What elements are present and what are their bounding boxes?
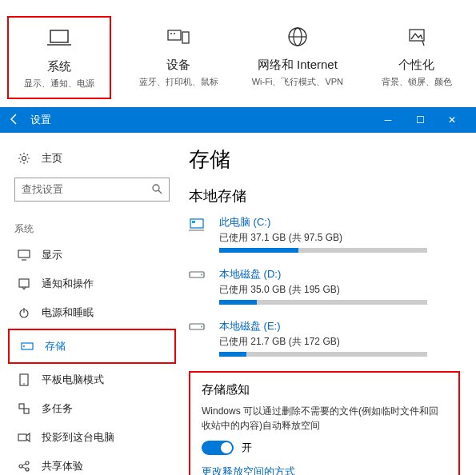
sidebar-item-multitask[interactable]: 多任务	[6, 394, 178, 423]
laptop-icon	[46, 26, 73, 51]
toggle-label: 开	[242, 441, 252, 455]
svg-point-19	[23, 345, 25, 347]
category-system[interactable]: 系统 显示、通知、电源	[7, 16, 111, 99]
svg-point-26	[26, 461, 29, 465]
sidebar-item-label: 存储	[45, 339, 66, 353]
svg-point-5	[174, 33, 175, 34]
display-icon	[14, 249, 34, 261]
sidebar-item-label: 共享体验	[42, 459, 83, 473]
sidebar-item-tablet[interactable]: 平板电脑模式	[6, 365, 178, 394]
search-input[interactable]: 查找设置	[14, 178, 170, 202]
sidebar-item-power[interactable]: 电源和睡眠	[6, 298, 178, 327]
svg-rect-0	[50, 30, 68, 42]
drive-name: 本地磁盘 (D:)	[219, 267, 460, 281]
svg-rect-34	[192, 221, 195, 223]
power-icon	[14, 307, 34, 318]
svg-rect-22	[19, 404, 24, 409]
content-area: 存储 本地存储 此电脑 (C:)已使用 37.1 GB (共 97.5 GB)本…	[184, 133, 476, 475]
drive-name: 本地磁盘 (E:)	[219, 319, 460, 333]
category-subtitle: 背景、锁屏、颜色	[382, 76, 452, 88]
highlight-storage: 存储	[8, 329, 176, 364]
sidebar-home[interactable]: 主页	[6, 144, 178, 173]
category-personalization[interactable]: 个性化 背景、锁屏、颜色	[365, 16, 469, 99]
category-subtitle: Wi-Fi、飞行模式、VPN	[252, 76, 343, 88]
sidebar-group-label: 系统	[6, 208, 178, 241]
category-subtitle: 显示、通知、电源	[24, 78, 94, 90]
drive-name: 此电脑 (C:)	[219, 215, 460, 230]
category-title: 个性化	[398, 58, 434, 73]
maximize-button[interactable]: ☐	[404, 114, 436, 126]
search-icon	[151, 183, 162, 197]
drive-usage: 已使用 37.1 GB (共 97.5 GB)	[219, 231, 460, 245]
change-free-space-link[interactable]: 更改释放空间的方式	[202, 465, 447, 475]
svg-point-39	[201, 326, 202, 328]
sidebar-item-label: 投影到这台电脑	[42, 430, 114, 445]
sidebar-item-project[interactable]: 投影到这台电脑	[6, 423, 178, 452]
sidebar-item-shared[interactable]: 共享体验	[6, 452, 178, 475]
sidebar-item-label: 主页	[42, 151, 62, 166]
tablet-icon	[14, 373, 34, 386]
storage-icon	[18, 342, 37, 350]
sidebar-item-label: 通知和操作	[42, 277, 94, 291]
sidebar-item-display[interactable]: 显示	[6, 241, 178, 269]
category-title: 网络和 Internet	[258, 58, 338, 73]
window-title: 设置	[30, 113, 51, 127]
svg-line-12	[158, 190, 162, 194]
usage-bar	[219, 300, 427, 305]
svg-rect-13	[18, 250, 30, 257]
svg-rect-33	[190, 219, 203, 228]
drive-icon	[189, 267, 211, 305]
section-local-storage: 本地存储	[189, 186, 460, 206]
svg-point-25	[19, 465, 22, 468]
usage-bar	[219, 352, 427, 357]
drive-icon	[189, 215, 211, 253]
page-title: 存储	[189, 146, 460, 174]
sidebar-item-storage[interactable]: 存储	[10, 332, 174, 361]
drive-item[interactable]: 本地磁盘 (D:)已使用 35.0 GB (共 195 GB)	[189, 267, 460, 305]
close-button[interactable]: ✕	[436, 114, 468, 126]
svg-rect-2	[168, 30, 181, 40]
svg-point-4	[170, 33, 172, 34]
svg-rect-3	[182, 32, 189, 43]
svg-rect-23	[24, 409, 29, 413]
drive-item[interactable]: 本地磁盘 (E:)已使用 21.7 GB (共 172 GB)	[189, 319, 460, 357]
notification-icon	[14, 278, 34, 289]
sidebar-item-label: 平板电脑模式	[42, 373, 104, 387]
category-title: 设备	[166, 58, 190, 73]
category-devices[interactable]: 设备 蓝牙、打印机、鼠标	[126, 16, 230, 99]
sidebar-item-label: 显示	[42, 248, 62, 262]
svg-rect-24	[18, 434, 26, 441]
drive-icon	[189, 319, 211, 357]
multitask-icon	[14, 403, 34, 414]
sidebar-item-label: 电源和睡眠	[42, 305, 94, 320]
category-title: 系统	[47, 59, 71, 74]
sidebar-item-notifications[interactable]: 通知和操作	[6, 269, 178, 298]
drive-usage: 已使用 21.7 GB (共 172 GB)	[219, 335, 460, 349]
usage-bar	[219, 248, 427, 253]
sidebar: 主页 查找设置 系统 显示 通知和操作 电源和睡眠 存储	[0, 133, 184, 475]
storage-sense-desc: Windows 可以通过删除不需要的文件(例如临时文件和回收站中的内容)自动释放…	[202, 404, 447, 433]
svg-point-27	[26, 468, 29, 471]
shared-icon	[14, 461, 34, 472]
devices-icon	[166, 24, 190, 50]
globe-icon	[287, 24, 308, 50]
sidebar-item-label: 多任务	[42, 401, 73, 416]
storage-sense-toggle[interactable]: 开	[202, 441, 447, 455]
svg-point-21	[23, 383, 25, 385]
settings-categories-row: 系统 显示、通知、电源 设备 蓝牙、打印机、鼠标 网络和 Internet Wi…	[0, 0, 476, 107]
svg-line-28	[22, 464, 26, 465]
drive-item[interactable]: 此电脑 (C:)已使用 37.1 GB (共 97.5 GB)	[189, 215, 460, 253]
window-titlebar: 设置 ─ ☐ ✕	[0, 107, 476, 133]
drive-usage: 已使用 35.0 GB (共 195 GB)	[219, 283, 460, 297]
search-placeholder: 查找设置	[22, 182, 63, 197]
svg-rect-15	[19, 279, 29, 287]
back-icon[interactable]	[8, 113, 21, 128]
minimize-button[interactable]: ─	[372, 114, 404, 126]
svg-point-11	[153, 185, 159, 191]
paint-icon	[406, 24, 427, 50]
project-icon	[14, 432, 34, 443]
category-network[interactable]: 网络和 Internet Wi-Fi、飞行模式、VPN	[246, 16, 350, 99]
storage-sense-section: 存储感知 Windows 可以通过删除不需要的文件(例如临时文件和回收站中的内容…	[189, 371, 460, 475]
svg-point-10	[22, 157, 26, 161]
svg-line-29	[22, 467, 26, 469]
